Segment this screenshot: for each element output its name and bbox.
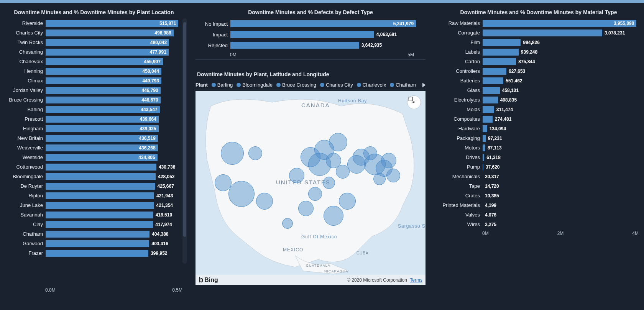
legend-item[interactable]: Charles City (320, 82, 353, 88)
bar-row[interactable]: Bruce Crossing446,670 (3, 95, 182, 105)
bar-row[interactable]: Hardware134,094 (436, 124, 639, 133)
bar-row[interactable]: Westside434,805 (3, 153, 182, 162)
map-bubble[interactable] (339, 193, 356, 210)
bar-row[interactable]: Film994,826 (436, 38, 639, 47)
material-chart-area[interactable]: Raw Materials3,955,090Corrugate3,078,231… (436, 18, 641, 238)
bar-row[interactable]: Chesaning477,991 (3, 47, 182, 57)
bar-row[interactable]: Wires2,275 (436, 220, 639, 229)
legend-item[interactable]: Barling (212, 82, 233, 88)
bar-row[interactable]: Clay417,974 (3, 220, 182, 229)
plant-chart-area[interactable]: Riverside515,871Charles City496,986Twin … (3, 18, 185, 294)
map-bubble[interactable] (248, 146, 262, 160)
legend-item[interactable]: Bruce Crossing (276, 82, 316, 88)
bar-row[interactable]: Impact4,063,681 (196, 29, 426, 40)
map-terms-link[interactable]: Terms (410, 277, 422, 283)
bar-fill: 455,907 (45, 58, 163, 66)
map-bubble[interactable] (298, 201, 314, 216)
bar-row[interactable]: Electrolytes408,835 (436, 95, 639, 105)
bar-track: 436,519 (45, 134, 182, 142)
bar-row[interactable]: Cottonwood430,738 (3, 162, 182, 172)
bar-row[interactable]: Batteries551,462 (436, 76, 639, 85)
bar-row[interactable]: Barling443,547 (3, 105, 182, 114)
bar-row[interactable]: Prescott439,664 (3, 114, 182, 124)
map-visual[interactable]: CANADA UNITED STATES MEXICO Gulf Of Mexi… (196, 91, 426, 275)
map-bubble[interactable] (386, 169, 400, 182)
bar-row[interactable]: Climax449,793 (3, 76, 182, 85)
bar-track: 436,268 (45, 144, 182, 152)
map-bubble[interactable] (228, 181, 255, 207)
bar-fill: 425,667 (45, 182, 156, 190)
bar-row[interactable]: Glass458,101 (436, 85, 639, 95)
bar-row[interactable]: Ripton421,943 (3, 191, 182, 200)
bar-value: 434,805 (138, 155, 155, 160)
bar-row[interactable]: Henning450,044 (3, 66, 182, 76)
bar-row[interactable]: Crates10,385 (436, 191, 639, 200)
bar-row[interactable]: Packaging97,231 (436, 133, 639, 143)
bar-row[interactable]: New Britain436,519 (3, 133, 182, 143)
bar-value: 455,907 (144, 59, 161, 64)
map-bubble[interactable] (323, 177, 335, 189)
bar-row[interactable]: Frazer399,952 (3, 248, 182, 258)
map-bubble[interactable] (308, 187, 322, 201)
bar-row[interactable]: Pump37,620 (436, 162, 639, 172)
plant-scrollbar[interactable] (182, 18, 187, 264)
bar-track: 2,275 (482, 221, 639, 228)
bar-row[interactable]: Molds311,474 (436, 105, 639, 114)
bar-row[interactable]: June Lake421,354 (3, 200, 182, 210)
bar-row[interactable]: Printed Materials4,199 (436, 200, 639, 210)
bar-row[interactable]: No Impact5,241,979 (196, 18, 426, 29)
bar-value: 450,044 (143, 69, 159, 74)
bar-row[interactable]: Bloomingdale428,052 (3, 172, 182, 181)
bar-track: 399,952 (45, 249, 182, 257)
map-bubble[interactable] (324, 206, 343, 226)
bar-row[interactable]: Riverside515,871 (3, 18, 182, 28)
map-bubble[interactable] (256, 193, 273, 210)
bar-fill: 14,720 (482, 182, 483, 190)
material-chart-panel: Downtime Minutes and % Downtime Minutes … (433, 3, 644, 310)
bar-value: 627,653 (509, 69, 525, 74)
bar-row[interactable]: Tape14,720 (436, 181, 639, 191)
map-bubble[interactable] (289, 168, 304, 183)
map-bubble[interactable] (215, 174, 232, 191)
bar-track: 4,199 (482, 202, 639, 209)
bar-fill: 439,664 (45, 115, 159, 123)
bar-row[interactable]: Carton875,844 (436, 57, 639, 66)
bar-row[interactable]: Composites274,481 (436, 114, 639, 124)
map-bubble[interactable] (282, 218, 293, 229)
bar-row[interactable]: Charlevoix455,907 (3, 57, 182, 66)
bar-row[interactable]: Weaverville436,268 (3, 143, 182, 153)
bar-row[interactable]: Rejected3,642,935 (196, 40, 426, 51)
plant-scroll-thumb[interactable] (183, 22, 186, 237)
bar-value: 443,547 (141, 107, 157, 112)
bar-value: 399,952 (151, 251, 167, 256)
bar-row[interactable]: Drives61,318 (436, 153, 639, 162)
bar-row[interactable]: De Ruyter425,667 (3, 181, 182, 191)
bar-row[interactable]: Controllers627,653 (436, 66, 639, 76)
bar-row[interactable]: Savannah418,510 (3, 210, 182, 220)
defect-bars[interactable]: No Impact5,241,979Impact4,063,681Rejecte… (196, 18, 426, 51)
legend-item[interactable]: Charlevoix (357, 82, 386, 88)
focus-mode-icon[interactable] (407, 95, 421, 109)
bar-row[interactable]: Labels939,248 (436, 47, 639, 57)
bar-track: 439,025 (45, 125, 182, 133)
legend-item[interactable]: Chatham (390, 82, 416, 88)
bar-row[interactable]: Motors87,113 (436, 143, 639, 153)
bar-category: Labels (436, 49, 482, 55)
bar-row[interactable]: Chatham404,388 (3, 229, 182, 239)
bar-row[interactable]: Twin Rocks480,042 (3, 38, 182, 47)
bar-row[interactable]: Charles City496,986 (3, 28, 182, 38)
bar-row[interactable]: Mechanicals20,317 (436, 172, 639, 181)
bar-track: 875,844 (482, 58, 639, 66)
bar-row[interactable]: Jordan Valley446,790 (3, 85, 182, 95)
bar-row[interactable]: Garwood403,416 (3, 239, 182, 248)
bar-row[interactable]: Corrugate3,078,231 (436, 28, 639, 38)
bar-row[interactable]: Raw Materials3,955,090 (436, 18, 639, 28)
legend-item[interactable]: Bloomingdale (237, 82, 273, 88)
bar-track: 446,790 (45, 87, 182, 94)
material-xtick-2: 4M (632, 231, 639, 236)
bar-row[interactable]: Valves4,078 (436, 210, 639, 220)
legend-item-label: Charles City (326, 82, 353, 88)
legend-next-arrow-icon[interactable] (422, 83, 426, 87)
bar-row[interactable]: Hingham439,025 (3, 124, 182, 133)
map-bubble[interactable] (221, 142, 244, 165)
